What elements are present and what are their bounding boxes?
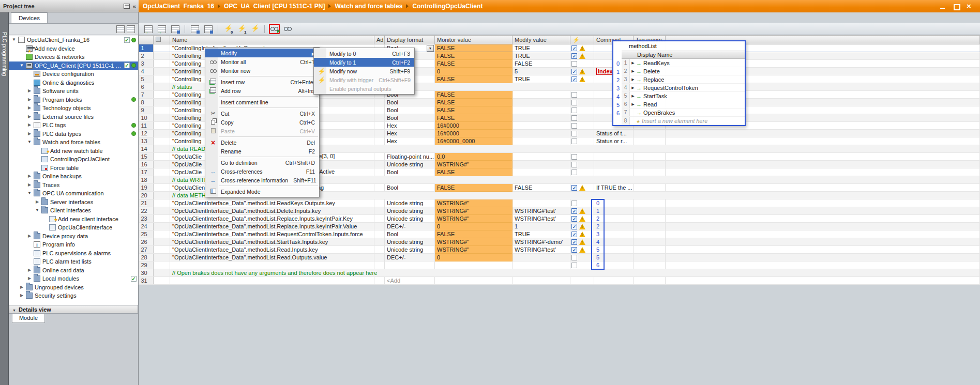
tab-module[interactable]: Module — [12, 314, 45, 323]
column-header-7[interactable] — [570, 36, 594, 44]
modify-checkbox[interactable] — [571, 53, 577, 59]
cell-display-format[interactable]: Hex — [385, 122, 435, 130]
monitor-all-button[interactable] — [269, 24, 280, 34]
modify-checkbox[interactable] — [571, 61, 577, 67]
menu-item-go-to-definition[interactable]: Go to definitionCtrl+Shift+D — [205, 158, 319, 167]
submenu-item-modify-to-0[interactable]: Modify to 0Ctrl+F3 — [314, 49, 414, 58]
tree-item-opc-ua-communication[interactable]: OPC UA communication — [9, 189, 138, 198]
cell-address[interactable] — [374, 261, 385, 269]
collapse-arrow-icon[interactable] — [11, 36, 17, 44]
cell-display-format[interactable]: Unicode string — [385, 238, 435, 246]
cell-display-format[interactable]: Unicode string — [385, 215, 435, 223]
close-icon[interactable] — [967, 4, 973, 9]
modify-checkbox[interactable] — [571, 232, 577, 237]
cell-name[interactable]: "OpcUaClientInterface_Data".methodList.R… — [170, 230, 374, 238]
menu-item-delete[interactable]: DeleteDel — [205, 138, 319, 147]
cell-modify-value[interactable]: WSTRING#'test' — [512, 207, 570, 215]
cell-comment[interactable]: If TRUE the ... — [594, 184, 634, 192]
tree-item-opc-ua-client-cpu-1511c-1-pn[interactable]: OPC_UA_Client [CPU 1511C-1 PN]✓ — [9, 61, 138, 70]
cell-tag-comment[interactable] — [634, 277, 666, 285]
modify-checkbox[interactable] — [571, 131, 577, 136]
cell-display-format[interactable]: DEC+/- — [385, 223, 435, 230]
menu-item-cross-reference-information[interactable]: Cross-reference informationShift+F11 — [205, 176, 319, 184]
expand-arrow-icon[interactable] — [630, 61, 636, 65]
table-view-icon[interactable] — [116, 25, 125, 33]
cell-modify-value[interactable] — [512, 130, 570, 137]
tree-item-client-interfaces[interactable]: Client interfaces — [9, 206, 138, 215]
cell-comment[interactable] — [594, 161, 634, 168]
cell-modify-enable[interactable] — [570, 60, 594, 68]
modify-checkbox[interactable] — [571, 239, 577, 245]
watch-row-29[interactable]: 29 — [139, 261, 980, 269]
cell-modify-enable[interactable] — [570, 277, 594, 285]
cell-modify-enable[interactable] — [570, 153, 594, 161]
menu-item-cut[interactable]: CutCtrl+X — [205, 109, 319, 118]
submenu-item-modify-to-1[interactable]: Modify to 1Ctrl+F2 — [314, 58, 414, 67]
tree-item-controllingopcuaclient[interactable]: ControllingOpcUaClient — [9, 155, 138, 164]
modify-checkbox[interactable] — [571, 45, 577, 51]
cell-modify-enable[interactable] — [570, 261, 594, 269]
expand-arrow-icon[interactable] — [630, 78, 636, 82]
cell-modify-value[interactable] — [512, 254, 570, 261]
modify-checkbox[interactable] — [571, 123, 577, 129]
expand-arrow-icon[interactable] — [630, 69, 636, 73]
cell-tag-comment[interactable] — [634, 215, 666, 223]
methodlist-row-read[interactable]: 6Read — [622, 100, 745, 109]
cell-address[interactable] — [374, 130, 385, 137]
cell-modify-enable[interactable] — [570, 168, 594, 176]
expand-arrow-icon[interactable] — [630, 86, 636, 90]
cell-modify-value[interactable] — [512, 168, 570, 176]
cell-modify-value[interactable]: FALSE — [512, 184, 570, 192]
modify-checkbox[interactable] — [571, 92, 577, 98]
cell-name[interactable] — [170, 277, 374, 285]
column-header-0[interactable] — [139, 36, 154, 44]
breadcrumb-item-watch-and-force-tables[interactable]: Watch and force tables — [335, 3, 402, 10]
cell-modify-enable[interactable] — [570, 223, 594, 230]
cell-modify-value[interactable]: WSTRING#'-demo' — [512, 238, 570, 246]
cell-display-format[interactable]: Bool — [385, 106, 435, 114]
tree-item-force-table[interactable]: Force table — [9, 164, 138, 173]
cell-address[interactable] — [374, 246, 385, 254]
cell-display-format[interactable] — [385, 261, 435, 269]
add-row-button[interactable] — [156, 24, 167, 34]
expand-arrow-icon[interactable] — [26, 232, 33, 240]
tree-item-plc-data-types[interactable]: PLC data types — [9, 130, 138, 138]
tree-item-software-units[interactable]: Software units — [9, 87, 138, 96]
cell-display-format[interactable]: Hex — [385, 137, 435, 145]
breadcrumb-item-controllingopcuaclient[interactable]: ControllingOpcUaClient — [412, 3, 483, 10]
collapse-arrow-icon[interactable] — [26, 189, 33, 197]
menu-item-monitor-all[interactable]: Monitor allCtrl+T — [205, 57, 319, 66]
cell-address[interactable] — [374, 137, 385, 145]
modify-checkbox[interactable] — [571, 208, 577, 214]
cell-modify-enable[interactable] — [570, 254, 594, 261]
breadcrumb-item-opc-ua-client-cpu-1511c-1-pn[interactable]: OPC_UA_Client [CPU 1511C-1 PN] — [224, 3, 325, 10]
cell-address[interactable] — [374, 114, 385, 122]
cell-modify-enable[interactable] — [570, 106, 594, 114]
methodlist-row-starttask[interactable]: 5StartTask — [622, 92, 745, 100]
cell-tag-comment[interactable] — [634, 137, 666, 145]
tree-item-program-blocks[interactable]: Program blocks — [9, 96, 138, 104]
modify-checkbox[interactable] — [571, 247, 577, 253]
expand-arrow-icon[interactable] — [26, 130, 33, 138]
collapse-arrow-icon[interactable] — [19, 61, 25, 70]
cell-modify-value[interactable] — [512, 122, 570, 130]
cell-tag-comment[interactable] — [634, 207, 666, 215]
cell-display-format[interactable]: Unicode string — [385, 207, 435, 215]
cell-address[interactable] — [374, 99, 385, 106]
cell-modify-enable[interactable] — [570, 130, 594, 137]
expand-arrow-icon[interactable] — [26, 113, 33, 121]
restore-icon[interactable] — [953, 4, 959, 9]
cell-tag-comment[interactable] — [634, 130, 666, 137]
cell-comment[interactable]: Status or r... — [594, 137, 634, 145]
tree-item-ungrouped-devices[interactable]: Ungrouped devices — [9, 283, 138, 292]
cell-modify-value[interactable] — [512, 261, 570, 269]
methodlist-row-openbrakes[interactable]: 7OpenBrakes — [622, 109, 745, 117]
menu-item-copy[interactable]: CopyCtrl+C — [205, 118, 319, 127]
tree-item-program-info[interactable]: Program info — [9, 240, 138, 249]
cell-modify-value[interactable] — [512, 137, 570, 145]
cell-tag-comment[interactable] — [634, 254, 666, 261]
modify-now-button[interactable] — [249, 24, 260, 34]
watch-row-26[interactable]: 26"OpcUaClientInterface_Data".methodList… — [139, 238, 980, 246]
tree-item-opcuaclient-franka-16[interactable]: OpcUaClient_Franka_16✓ — [9, 36, 138, 44]
tree-item-external-source-files[interactable]: External source files — [9, 113, 138, 121]
